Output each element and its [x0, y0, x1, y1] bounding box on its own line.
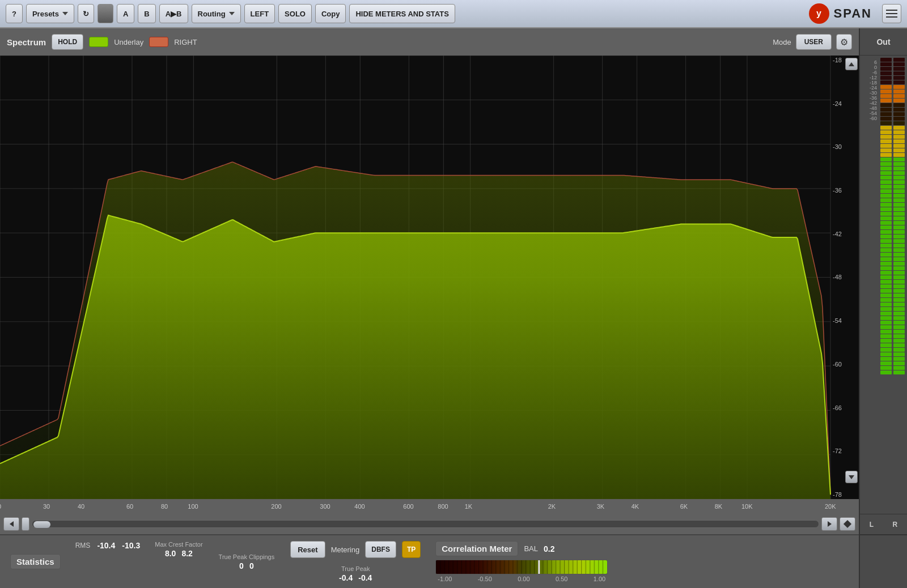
vu-seg-left-62 — [880, 339, 892, 343]
green-channel-indicator[interactable] — [89, 37, 108, 47]
vu-seg-right-38 — [893, 230, 905, 234]
vu-seg-left-4 — [880, 76, 892, 80]
vu-seg-left-64 — [880, 348, 892, 352]
spectrum-header: Spectrum HOLD Underlay RIGHT Mode USER ⚙ — [0, 28, 859, 56]
vu-seg-left-60 — [880, 330, 892, 334]
freq-label-80: 80 — [161, 503, 168, 510]
vu-seg-left-29 — [880, 189, 892, 193]
vu-seg-left-49 — [880, 280, 892, 284]
vu-seg-right-43 — [893, 253, 905, 257]
scroll-right-button[interactable] — [821, 517, 837, 531]
scroll-left-icon — [10, 521, 14, 527]
help-button[interactable]: ? — [6, 4, 23, 23]
vu-seg-right-12 — [893, 112, 905, 116]
correlation-section: Correlation Meter BAL 0.2 -1.00 -0.50 0.… — [431, 539, 612, 585]
scroll-thumb-left[interactable] — [22, 517, 29, 531]
mode-label: Mode — [773, 38, 791, 46]
spectrum-panel: Spectrum HOLD Underlay RIGHT Mode USER ⚙ — [0, 28, 859, 588]
settings-button[interactable]: ⚙ — [836, 34, 852, 50]
vu-seg-left-7 — [880, 90, 892, 93]
vu-seg-left-16 — [880, 130, 892, 134]
scroll-thumb[interactable] — [33, 521, 50, 528]
vu-seg-right-67 — [893, 361, 905, 365]
vu-seg-left-52 — [880, 293, 892, 297]
vu-seg-left-57 — [880, 316, 892, 320]
freq-label-300: 300 — [320, 503, 330, 510]
db-scroll-down-button[interactable] — [845, 471, 858, 483]
freq-label-1K: 1K — [465, 503, 472, 510]
reset-button[interactable]: ↻ — [78, 4, 94, 23]
hide-meters-button[interactable]: HIDE METERS AND STATS — [349, 4, 455, 23]
vu-seg-right-14 — [893, 121, 905, 125]
vu-seg-left-48 — [880, 275, 892, 279]
clippings-sub: True Peak Clippings 0 0 — [219, 553, 275, 570]
hamburger-button[interactable] — [882, 4, 901, 23]
spectrum-canvas-wrap: -18 -24 -30 -36 -42 -48 -54 -60 -66 -72 … — [0, 56, 859, 499]
bottom-scroll — [0, 514, 859, 534]
hold-button[interactable]: HOLD — [52, 34, 83, 50]
vu-seg-left-6 — [880, 85, 892, 89]
copy-button[interactable]: Copy — [315, 4, 346, 23]
vu-seg-left-19 — [880, 144, 892, 148]
presets-button[interactable]: Presets — [26, 4, 74, 23]
solo-button[interactable]: SOLO — [278, 4, 312, 23]
vu-seg-right-1 — [893, 62, 905, 66]
rms-label: RMS — [75, 542, 91, 549]
left-button[interactable]: LEFT — [244, 4, 276, 23]
tp-button[interactable]: TP — [402, 541, 421, 558]
vu-seg-right-5 — [893, 80, 905, 84]
vu-stats-bottom — [860, 534, 907, 588]
freq-label-2K: 2K — [548, 503, 556, 510]
vu-seg-left-27 — [880, 180, 892, 184]
vu-seg-left-31 — [880, 198, 892, 202]
vu-seg-right-60 — [893, 330, 905, 334]
clippings-label: True Peak Clippings — [219, 553, 275, 560]
grey-button[interactable] — [98, 4, 113, 23]
vu-seg-left-13 — [880, 117, 892, 121]
vu-seg-left-68 — [880, 366, 892, 370]
vu-seg-left-65 — [880, 352, 892, 356]
routing-button[interactable]: Routing — [192, 4, 241, 23]
metering-label: Metering — [331, 546, 360, 554]
vu-seg-left-69 — [880, 370, 892, 374]
vu-seg-left-36 — [880, 221, 892, 225]
scroll-diamond-button[interactable] — [840, 517, 855, 531]
b-button[interactable]: B — [138, 4, 155, 23]
vu-seg-right-64 — [893, 348, 905, 352]
a-button[interactable]: A — [117, 4, 134, 23]
vu-seg-right-11 — [893, 108, 905, 112]
true-peak-label: True Peak — [341, 565, 370, 572]
right-channel-label: RIGHT — [174, 38, 197, 46]
spectrum-title: Spectrum — [7, 37, 46, 47]
vu-seg-left-42 — [880, 248, 892, 252]
vu-seg-right-24 — [893, 167, 905, 171]
vu-seg-left-53 — [880, 298, 892, 302]
db-scroll-up-button[interactable] — [845, 58, 858, 70]
dbfs-button[interactable]: DBFS — [365, 541, 396, 558]
scroll-left-button[interactable] — [3, 517, 19, 531]
vu-seg-right-28 — [893, 185, 905, 189]
ab-button[interactable]: A▶B — [159, 4, 188, 23]
vu-seg-left-15 — [880, 126, 892, 130]
reset-button[interactable]: Reset — [290, 541, 325, 558]
vu-seg-right-65 — [893, 352, 905, 356]
scroll-track[interactable] — [32, 520, 819, 528]
vu-seg-right-26 — [893, 176, 905, 180]
mode-button[interactable]: USER — [796, 34, 832, 50]
vu-seg-right-62 — [893, 339, 905, 343]
rms-row: RMS -10.4 -10.3 — [75, 541, 141, 550]
hamburger-line-2 — [886, 13, 897, 14]
vu-seg-right-34 — [893, 212, 905, 216]
orange-channel-indicator[interactable] — [149, 37, 168, 47]
scroll-diamond-icon — [844, 520, 851, 528]
vu-panel: Out 60-6-12-18-24-30-36-42-48-54-60 L R — [859, 28, 907, 588]
vu-seg-left-37 — [880, 225, 892, 229]
vu-seg-left-5 — [880, 80, 892, 84]
vu-seg-right-15 — [893, 126, 905, 130]
vu-seg-right-69 — [893, 370, 905, 374]
vu-seg-left-50 — [880, 284, 892, 288]
vu-seg-right-18 — [893, 139, 905, 143]
vu-seg-right-9 — [893, 99, 905, 103]
vu-seg-left-66 — [880, 357, 892, 361]
freq-label-40: 40 — [78, 503, 84, 510]
